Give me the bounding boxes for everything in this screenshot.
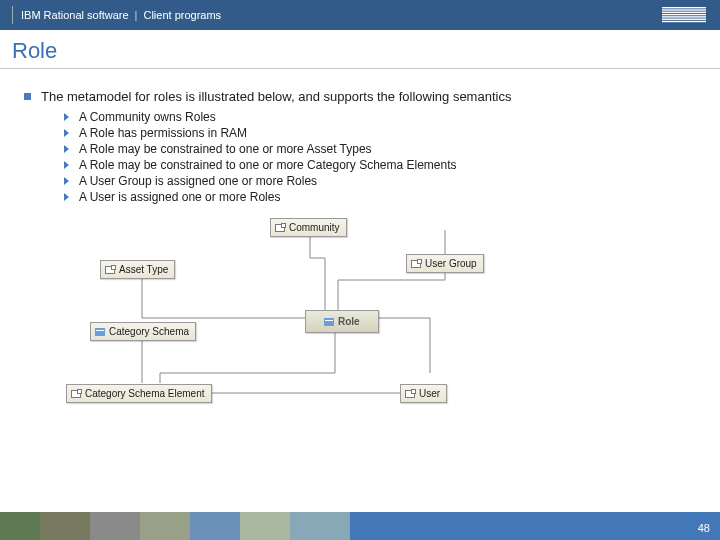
arrow-bullet-icon [64,161,69,169]
footer-tile [190,512,240,540]
arrow-bullet-icon [64,113,69,121]
sub-item-text: A User Group is assigned one or more Rol… [79,174,317,188]
class-icon [275,224,285,232]
svg-rect-0 [662,7,706,8]
square-bullet-icon [24,93,31,100]
sub-item-text: A Community owns Roles [79,110,216,124]
list-item: A Role has permissions in RAM [64,126,696,140]
svg-rect-1 [662,9,706,10]
uml-box-category-schema-element: Category Schema Element [66,384,212,403]
arrow-bullet-icon [64,193,69,201]
svg-rect-6 [662,21,706,22]
sub-item-text: A User is assigned one or more Roles [79,190,280,204]
header-product: IBM Rational software [21,9,129,21]
uml-label: Category Schema [109,326,189,337]
class-icon [405,390,415,398]
uml-diagram: Community Asset Type User Group Category… [60,218,660,428]
arrow-bullet-icon [64,145,69,153]
svg-rect-3 [662,14,706,15]
footer-spacer [350,512,720,540]
main-bullet-text: The metamodel for roles is illustrated b… [41,89,511,104]
svg-rect-5 [662,19,706,20]
sub-item-text: A Role may be constrained to one or more… [79,142,372,156]
header-separator: | [135,9,138,21]
sub-item-text: A Role may be constrained to one or more… [79,158,457,172]
header-section: Client programs [143,9,221,21]
uml-label: Category Schema Element [85,388,205,399]
page-number: 48 [698,522,710,534]
uml-label: User Group [425,258,477,269]
footer-tile [240,512,290,540]
uml-label: Role [338,316,360,327]
uml-box-user-group: User Group [406,254,484,273]
list-item: A User is assigned one or more Roles [64,190,696,204]
category-icon [324,318,334,326]
uml-box-asset-type: Asset Type [100,260,175,279]
arrow-bullet-icon [64,129,69,137]
uml-box-category-schema: Category Schema [90,322,196,341]
footer-tile [90,512,140,540]
sub-item-text: A Role has permissions in RAM [79,126,247,140]
slide-header: IBM Rational software | Client programs [0,0,720,30]
class-icon [105,266,115,274]
header-divider [12,6,13,24]
list-item: A Community owns Roles [64,110,696,124]
uml-box-community: Community [270,218,347,237]
slide-content: The metamodel for roles is illustrated b… [0,69,720,428]
uml-box-role: Role [305,310,379,333]
list-item: A User Group is assigned one or more Rol… [64,174,696,188]
uml-label: User [419,388,440,399]
list-item: A Role may be constrained to one or more… [64,158,696,172]
uml-label: Community [289,222,340,233]
footer-tile [290,512,350,540]
svg-rect-4 [662,16,706,17]
arrow-bullet-icon [64,177,69,185]
footer-tile [40,512,90,540]
sub-bullet-list: A Community owns Roles A Role has permis… [24,110,696,204]
slide-footer [0,512,720,540]
category-icon [95,328,105,336]
svg-rect-2 [662,12,706,13]
list-item: A Role may be constrained to one or more… [64,142,696,156]
uml-box-user: User [400,384,447,403]
footer-tile [0,512,40,540]
main-bullet: The metamodel for roles is illustrated b… [24,89,696,104]
class-icon [71,390,81,398]
ibm-logo-icon [662,7,706,25]
uml-label: Asset Type [119,264,168,275]
slide-title: Role [0,30,720,64]
footer-tile [140,512,190,540]
class-icon [411,260,421,268]
